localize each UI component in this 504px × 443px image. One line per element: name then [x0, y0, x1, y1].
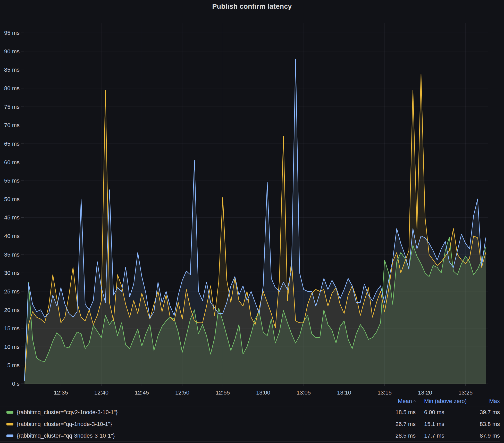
max-header-label: Max: [489, 398, 500, 404]
y-axis-tick-label: 85 ms: [4, 67, 20, 73]
x-axis-tick-label: 13:25: [458, 389, 473, 396]
sort-ascending-icon: ^: [414, 399, 416, 404]
mean-value: 18.5 ms: [385, 409, 416, 416]
series-label[interactable]: {rabbitmq_cluster="cqv2-1node-3-10-1"}: [17, 409, 118, 416]
x-axis-tick-label: 12:35: [54, 389, 68, 396]
mean-value: 26.7 ms: [385, 421, 416, 428]
legend-row-cqv2-1node: {rabbitmq_cluster="cqv2-1node-3-10-1"} 1…: [0, 406, 500, 418]
y-axis-tick-label: 0 s: [12, 381, 20, 387]
legend-row-qq-1node: {rabbitmq_cluster="qq-1node-3-10-1"} 26.…: [0, 418, 500, 430]
x-axis-tick-label: 13:20: [418, 389, 432, 396]
series-color-swatch[interactable]: [6, 423, 13, 425]
mean-value: 28.5 ms: [385, 432, 416, 439]
legend-col-mean[interactable]: Mean^: [385, 398, 416, 405]
min-value: 6.00 ms: [416, 409, 469, 416]
y-axis-tick-label: 30 ms: [4, 270, 20, 276]
x-axis-tick-label: 13:05: [297, 389, 311, 396]
y-axis-tick-label: 40 ms: [4, 233, 20, 239]
y-axis-tick-label: 25 ms: [4, 288, 20, 295]
y-axis-tick-label: 75 ms: [4, 104, 20, 110]
series-color-swatch[interactable]: [6, 434, 13, 437]
legend-header-row: Mean^ Min (above zero) Max: [0, 396, 500, 406]
min-value: 15.1 ms: [416, 421, 469, 428]
legend-col-max[interactable]: Max: [469, 398, 500, 405]
x-axis-tick-label: 12:55: [216, 389, 230, 396]
y-axis-tick-label: 60 ms: [4, 159, 20, 166]
y-axis-tick-label: 5 ms: [7, 362, 20, 368]
legend-table: Mean^ Min (above zero) Max {rabbitmq_clu…: [0, 396, 504, 443]
y-axis-tick-label: 70 ms: [4, 122, 20, 128]
y-axis-tick-label: 95 ms: [4, 30, 20, 36]
y-axis-tick-label: 65 ms: [4, 141, 20, 147]
legend-col-min[interactable]: Min (above zero): [416, 398, 469, 405]
y-axis-tick-label: 80 ms: [4, 85, 20, 92]
series-label[interactable]: {rabbitmq_cluster="qq-1node-3-10-1"}: [17, 421, 112, 428]
x-axis-tick-label: 12:45: [135, 389, 149, 396]
y-axis-tick-label: 35 ms: [4, 251, 20, 258]
y-axis-tick-label: 15 ms: [4, 325, 20, 332]
latency-time-series-chart[interactable]: 0 s5 ms10 ms15 ms20 ms25 ms30 ms35 ms40 …: [0, 0, 504, 396]
series-label[interactable]: {rabbitmq_cluster="qq-3nodes-3-10-1"}: [17, 432, 115, 439]
x-axis-tick-label: 13:10: [337, 389, 351, 396]
legend-row-qq-3nodes: {rabbitmq_cluster="qq-3nodes-3-10-1"} 28…: [0, 430, 500, 442]
max-value: 83.8 ms: [469, 421, 500, 428]
x-axis-tick-label: 12:50: [175, 389, 189, 396]
y-axis-tick-label: 10 ms: [4, 344, 20, 350]
grafana-panel: Publish confirm latency 0 s5 ms10 ms15 m…: [0, 0, 504, 443]
x-axis-tick-label: 13:15: [377, 389, 392, 396]
y-axis-tick-label: 50 ms: [4, 196, 20, 202]
min-header-label: Min (above zero): [424, 398, 467, 404]
min-value: 17.7 ms: [416, 432, 469, 439]
y-axis-tick-label: 55 ms: [4, 177, 20, 184]
y-axis-tick-label: 20 ms: [4, 307, 20, 313]
x-axis-tick-label: 12:40: [94, 389, 108, 396]
series-color-swatch[interactable]: [6, 411, 13, 414]
mean-header-label: Mean: [398, 398, 412, 404]
x-axis-tick-label: 13:00: [256, 389, 270, 396]
max-value: 39.7 ms: [469, 409, 500, 416]
y-axis-tick-label: 45 ms: [4, 214, 20, 221]
max-value: 87.9 ms: [469, 432, 500, 439]
y-axis-tick-label: 90 ms: [4, 48, 20, 55]
